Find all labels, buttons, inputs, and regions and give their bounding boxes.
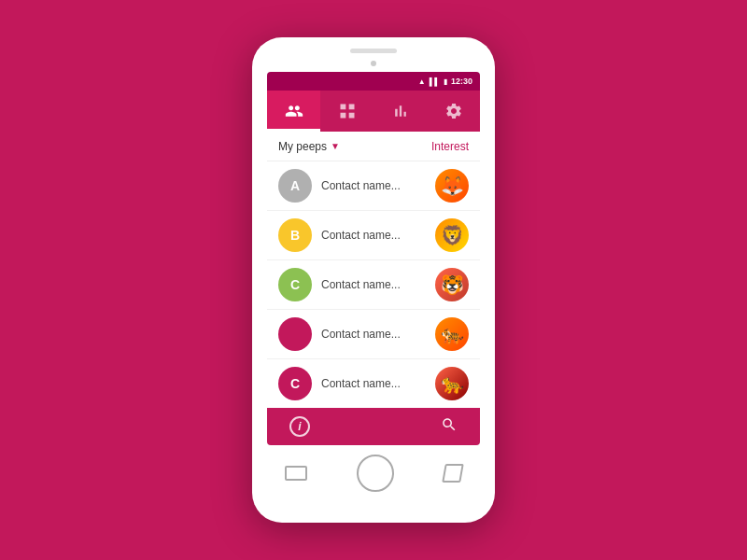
info-button[interactable]: i (289, 416, 310, 437)
avatar-left-5: C (278, 367, 312, 400)
status-time: 12:30 (451, 77, 472, 86)
face-emoji-4: 🐅 (441, 325, 464, 343)
avatar-initial-3: C (290, 277, 300, 292)
info-icon: i (298, 420, 301, 433)
contact-name-2: Contact name... (321, 229, 426, 242)
avatar-initial-1: A (290, 178, 300, 193)
nav-tabs (267, 91, 480, 132)
phone-bottom-nav (260, 455, 487, 492)
avatar-right-3: 🐯 (435, 268, 469, 301)
list-item[interactable]: A Contact name... 🦊 (267, 161, 480, 211)
avatar-left-4 (278, 317, 312, 351)
list-item[interactable]: B Contact name... 🦁 (267, 211, 480, 260)
status-bar: ▲ ▌▌ ▮ 12:30 (267, 72, 480, 91)
tab-grid[interactable] (320, 91, 374, 132)
signal-icon: ▌▌ (430, 77, 440, 86)
interest-label: Interest (431, 140, 469, 153)
face-emoji-2: 🦁 (441, 226, 464, 245)
avatar-left-2: B (278, 218, 312, 252)
bottom-bar: i (267, 408, 480, 445)
contact-name-3: Contact name... (321, 278, 426, 291)
phone-home-button[interactable] (357, 455, 394, 492)
avatar-right-4: 🐅 (435, 317, 469, 351)
sub-header: My peeps ▼ Interest (267, 132, 480, 161)
search-button[interactable] (441, 416, 458, 437)
phone-speaker (350, 49, 397, 53)
list-item[interactable]: C Contact name... 🐯 (267, 260, 480, 310)
list-item[interactable]: Contact name... 🐅 (267, 310, 480, 359)
filter-label: My peeps (278, 140, 327, 153)
phone-camera-row (371, 61, 376, 66)
face-emoji-3: 🐯 (441, 275, 464, 294)
dropdown-arrow-icon: ▼ (331, 141, 340, 151)
face-emoji-1: 🦊 (441, 176, 464, 195)
phone-back-button[interactable] (443, 464, 465, 483)
avatar-initial-2: B (290, 228, 300, 243)
contact-name-1: Contact name... (321, 179, 426, 192)
avatar-left-3: C (278, 268, 312, 301)
phone-recent-button[interactable] (285, 466, 307, 481)
battery-icon: ▮ (444, 77, 447, 86)
avatar-right-2: 🦁 (435, 218, 469, 252)
avatar-right-1: 🦊 (435, 169, 469, 203)
contact-list: A Contact name... 🦊 B Contact name... 🦁 (267, 161, 480, 408)
face-emoji-5: 🐆 (441, 374, 464, 393)
avatar-initial-5: C (290, 376, 300, 391)
tab-contacts[interactable] (267, 91, 320, 132)
avatar-right-5: 🐆 (435, 367, 469, 400)
contact-name-5: Contact name... (321, 377, 426, 390)
contact-name-4: Contact name... (321, 328, 426, 341)
filter-dropdown[interactable]: My peeps ▼ (278, 140, 340, 153)
avatar-left-1: A (278, 169, 312, 203)
wifi-icon: ▲ (418, 77, 426, 86)
list-item[interactable]: C Contact name... 🐆 (267, 359, 480, 408)
tab-chart[interactable] (374, 91, 427, 132)
phone-shell: ▲ ▌▌ ▮ 12:30 My peeps ▼ (252, 37, 495, 523)
phone-camera (371, 61, 376, 66)
tab-settings[interactable] (427, 91, 480, 132)
phone-screen: ▲ ▌▌ ▮ 12:30 My peeps ▼ (267, 72, 480, 445)
